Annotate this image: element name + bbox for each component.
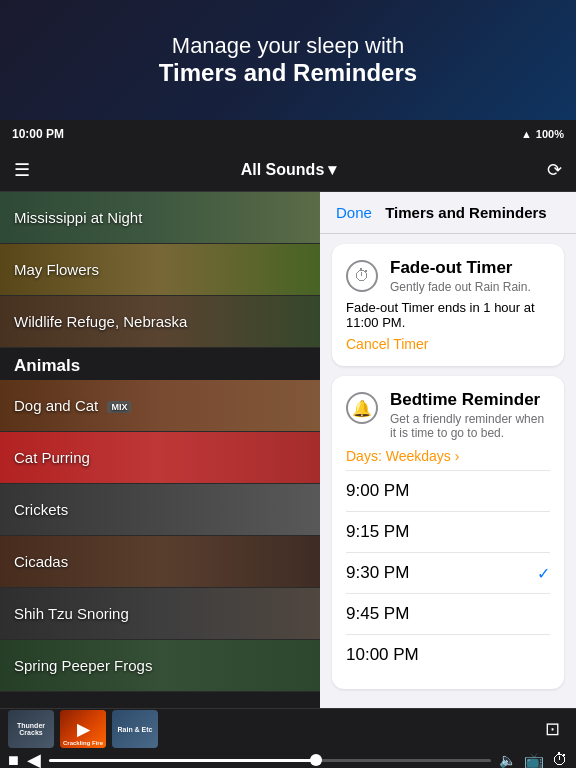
mix-badge: MIX	[107, 401, 131, 413]
fadeout-timer-icon: ⏱	[346, 260, 378, 292]
bedtime-reminder-desc: Get a friendly reminder when it is time …	[390, 412, 550, 440]
progress-bar[interactable]	[49, 759, 491, 762]
thumb-crackling-fire[interactable]: ▶ Crackling Fire	[60, 710, 106, 748]
list-item[interactable]: Wildlife Refuge, Nebraska	[0, 296, 320, 348]
time-option-4[interactable]: 10:00 PM	[346, 634, 550, 675]
fadeout-timer-desc: Gently fade out Rain Rain.	[390, 280, 550, 294]
thumb-thunder-cracks[interactable]: Thunder Cracks	[8, 710, 54, 748]
panel-title: Timers and Reminders	[372, 204, 560, 221]
status-right: ▲ 100%	[521, 128, 564, 140]
volume-low-icon: 🔈	[499, 752, 516, 768]
chevron-down-icon: ▾	[328, 160, 336, 179]
stop-button[interactable]: ■	[8, 750, 19, 769]
nav-title[interactable]: All Sounds ▾	[241, 160, 337, 179]
time-option-0[interactable]: 9:00 PM	[346, 470, 550, 511]
status-time: 10:00 PM	[12, 127, 64, 141]
time-option-3[interactable]: 9:45 PM	[346, 593, 550, 634]
now-playing-row: Thunder Cracks ▶ Crackling Fire Rain & E…	[0, 709, 576, 749]
check-icon: ✓	[537, 564, 550, 583]
bedtime-reminder-section: 🔔 Bedtime Reminder Get a friendly remind…	[332, 376, 564, 689]
player-controls: ■ ◀ 🔈 📺 ⏱	[0, 749, 576, 768]
done-button[interactable]: Done	[336, 204, 372, 221]
bedtime-reminder-info: Bedtime Reminder Get a friendly reminder…	[390, 390, 550, 440]
fadeout-timer-name: Fade-out Timer	[390, 258, 550, 278]
reminder-days-row[interactable]: Days: Weekdays ›	[346, 448, 550, 464]
airplay-icon[interactable]: ⊡	[545, 718, 560, 740]
fadeout-timer-info: Fade-out Timer Gently fade out Rain Rain…	[390, 258, 550, 294]
hero-line1: Manage your sleep with	[172, 33, 404, 59]
progress-fill	[49, 759, 314, 762]
progress-thumb[interactable]	[310, 754, 322, 766]
reminder-days-value: Weekdays ›	[386, 448, 460, 464]
cast-icon[interactable]: 📺	[524, 751, 544, 769]
timers-panel: Done Timers and Reminders ⏱ Fade-out Tim…	[320, 192, 576, 708]
cancel-timer-button[interactable]: Cancel Timer	[346, 336, 550, 352]
battery-indicator: 100%	[536, 128, 564, 140]
panel-header: Done Timers and Reminders	[320, 192, 576, 234]
list-item[interactable]: Dog and Cat MIX	[0, 380, 320, 432]
nav-bar: ☰ All Sounds ▾ ⟳	[0, 148, 576, 192]
timer-icon[interactable]: ⏱	[552, 751, 568, 768]
fadeout-timer-section: ⏱ Fade-out Timer Gently fade out Rain Ra…	[332, 244, 564, 366]
wifi-icon: ▲	[521, 128, 532, 140]
list-item[interactable]: May Flowers	[0, 244, 320, 296]
sound-list: Mississippi at Night May Flowers Wildlif…	[0, 192, 320, 708]
bedtime-reminder-icon: 🔔	[346, 392, 378, 424]
hero-line2: Timers and Reminders	[159, 59, 417, 87]
player-bar: Thunder Cracks ▶ Crackling Fire Rain & E…	[0, 708, 576, 768]
list-item-crickets[interactable]: Crickets	[0, 484, 320, 536]
list-item-cicadas[interactable]: Cicadas	[0, 536, 320, 588]
loop-icon[interactable]: ⟳	[547, 159, 562, 181]
section-header-animals: Animals	[0, 348, 320, 380]
rewind-button[interactable]: ◀	[27, 749, 41, 768]
menu-icon[interactable]: ☰	[14, 159, 30, 181]
fadeout-timer-detail: Fade-out Timer ends in 1 hour at 11:00 P…	[346, 300, 550, 330]
bedtime-reminder-name: Bedtime Reminder	[390, 390, 550, 410]
list-item[interactable]: Mississippi at Night	[0, 192, 320, 244]
status-bar: 10:00 PM ▲ 100%	[0, 120, 576, 148]
list-item-cat-purring[interactable]: Cat Purring	[0, 432, 320, 484]
time-option-1[interactable]: 9:15 PM	[346, 511, 550, 552]
list-item-shih-tzu[interactable]: Shih Tzu Snoring	[0, 588, 320, 640]
main-content: Mississippi at Night May Flowers Wildlif…	[0, 192, 576, 708]
thumb-rain[interactable]: Rain & Etc	[112, 710, 158, 748]
list-item-frogs[interactable]: Spring Peeper Frogs	[0, 640, 320, 692]
time-option-2[interactable]: 9:30 PM ✓	[346, 552, 550, 593]
hero-section: Manage your sleep with Timers and Remind…	[0, 0, 576, 120]
